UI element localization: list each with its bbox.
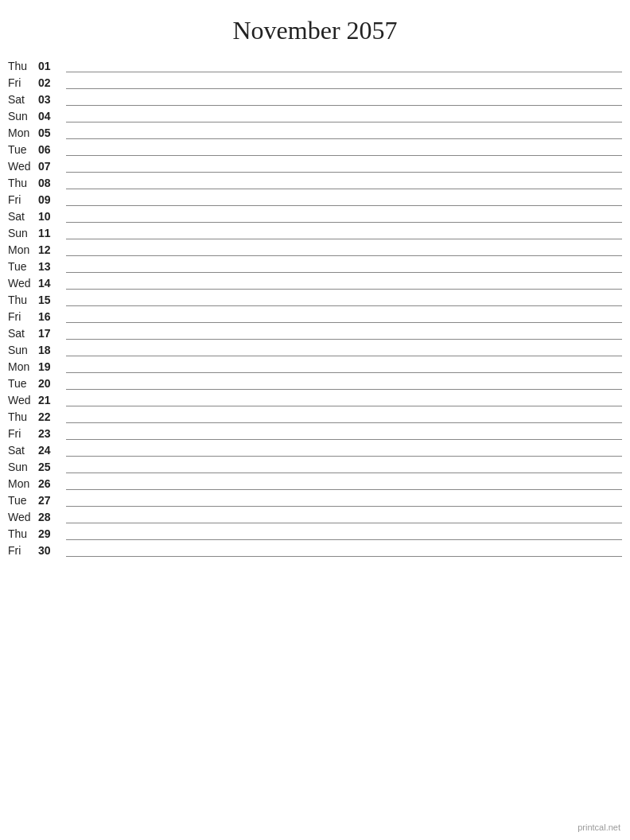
day-of-week-label: Thu — [8, 294, 38, 309]
day-row: Wed21 — [8, 394, 622, 410]
entry-line — [66, 289, 622, 290]
day-of-week-label: Wed — [8, 394, 38, 409]
entry-line — [66, 322, 622, 323]
day-of-week-label: Mon — [8, 243, 38, 259]
entry-line — [66, 138, 622, 139]
day-row: Fri16 — [8, 310, 622, 327]
day-row: Wed14 — [8, 277, 622, 294]
day-of-week-label: Fri — [8, 310, 38, 325]
date-number: 04 — [38, 110, 62, 125]
entry-line — [66, 356, 622, 356]
date-number: 06 — [38, 143, 62, 158]
date-number: 22 — [38, 410, 62, 426]
entry-line — [66, 122, 622, 122]
day-row: Sat17 — [8, 327, 622, 344]
date-number: 08 — [38, 177, 62, 192]
entry-line — [66, 456, 622, 457]
date-number: 18 — [38, 344, 62, 359]
date-number: 03 — [38, 93, 62, 108]
day-row: Mon26 — [8, 477, 622, 494]
day-of-week-label: Sun — [8, 344, 38, 359]
date-number: 01 — [38, 60, 62, 75]
day-of-week-label: Sat — [8, 444, 38, 459]
day-of-week-label: Thu — [8, 527, 38, 542]
day-row: Wed28 — [8, 511, 622, 527]
day-of-week-label: Mon — [8, 126, 38, 142]
day-of-week-label: Mon — [8, 477, 38, 492]
day-of-week-label: Sat — [8, 327, 38, 342]
day-row: Tue27 — [8, 494, 622, 511]
entry-line — [66, 172, 622, 173]
day-row: Sun11 — [8, 227, 622, 243]
entry-line — [66, 155, 622, 156]
entry-line — [66, 88, 622, 89]
entry-line — [66, 339, 622, 340]
day-row: Tue13 — [8, 260, 622, 277]
day-row: Sat10 — [8, 210, 622, 227]
day-of-week-label: Thu — [8, 410, 38, 426]
day-row: Thu29 — [8, 527, 622, 544]
day-row: Fri23 — [8, 427, 622, 444]
day-of-week-label: Wed — [8, 511, 38, 526]
day-of-week-label: Fri — [8, 544, 38, 559]
date-number: 23 — [38, 427, 62, 442]
entry-line — [66, 205, 622, 206]
day-row: Tue20 — [8, 377, 622, 394]
day-of-week-label: Tue — [8, 494, 38, 509]
entry-line — [66, 406, 622, 406]
date-number: 16 — [38, 310, 62, 325]
entry-line — [66, 272, 622, 273]
day-row: Fri30 — [8, 544, 622, 561]
calendar-title: November 2057 — [8, 16, 622, 45]
entry-line — [66, 239, 622, 239]
day-row: Tue06 — [8, 143, 622, 160]
day-of-week-label: Sun — [8, 227, 38, 242]
day-of-week-label: Sat — [8, 210, 38, 225]
day-row: Thu01 — [8, 60, 622, 76]
day-of-week-label: Fri — [8, 193, 38, 208]
date-number: 29 — [38, 527, 62, 542]
day-row: Mon05 — [8, 126, 622, 143]
entry-line — [66, 372, 622, 373]
date-number: 20 — [38, 377, 62, 392]
day-of-week-label: Wed — [8, 277, 38, 292]
date-number: 24 — [38, 444, 62, 459]
day-of-week-label: Tue — [8, 260, 38, 275]
date-number: 09 — [38, 193, 62, 208]
day-of-week-label: Fri — [8, 76, 38, 91]
date-number: 15 — [38, 294, 62, 309]
day-of-week-label: Tue — [8, 143, 38, 158]
day-row: Sun04 — [8, 110, 622, 126]
entry-line — [66, 189, 622, 189]
entry-line — [66, 472, 622, 473]
day-row: Mon19 — [8, 360, 622, 377]
date-number: 26 — [38, 477, 62, 492]
day-row: Sun25 — [8, 461, 622, 477]
day-of-week-label: Mon — [8, 360, 38, 375]
calendar-rows: Thu01Fri02Sat03Sun04Mon05Tue06Wed07Thu08… — [8, 60, 622, 561]
day-of-week-label: Sat — [8, 93, 38, 108]
day-row: Sun18 — [8, 344, 622, 360]
calendar-page: November 2057 Thu01Fri02Sat03Sun04Mon05T… — [0, 0, 630, 840]
entry-line — [66, 523, 622, 523]
date-number: 10 — [38, 210, 62, 225]
day-of-week-label: Tue — [8, 377, 38, 392]
day-row: Fri09 — [8, 193, 622, 210]
date-number: 05 — [38, 126, 62, 142]
entry-line — [66, 72, 622, 72]
entry-line — [66, 222, 622, 223]
date-number: 19 — [38, 360, 62, 375]
day-of-week-label: Wed — [8, 160, 38, 175]
date-number: 11 — [38, 227, 62, 242]
date-number: 27 — [38, 494, 62, 509]
day-of-week-label: Fri — [8, 427, 38, 442]
entry-line — [66, 506, 622, 507]
watermark: printcal.net — [578, 822, 620, 832]
day-row: Sat03 — [8, 93, 622, 110]
entry-line — [66, 105, 622, 106]
day-row: Thu15 — [8, 294, 622, 310]
entry-line — [66, 305, 622, 306]
date-number: 30 — [38, 544, 62, 559]
date-number: 12 — [38, 243, 62, 259]
date-number: 02 — [38, 76, 62, 91]
